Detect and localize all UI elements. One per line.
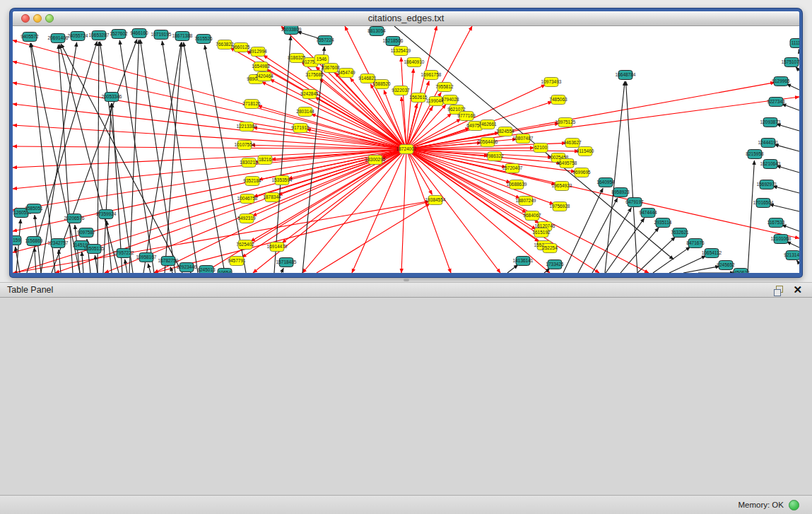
panel-drag-handle[interactable] bbox=[404, 279, 409, 281]
edge[interactable] bbox=[148, 264, 151, 273]
node-label: 7485063 bbox=[549, 97, 567, 102]
node-label: 9405572 bbox=[20, 34, 39, 39]
edge[interactable] bbox=[605, 81, 625, 273]
node-label: 9621072 bbox=[447, 107, 466, 112]
node-label: 9146821 bbox=[358, 76, 377, 81]
edge[interactable] bbox=[107, 221, 112, 273]
node-label: 10654112 bbox=[702, 250, 722, 255]
edge[interactable] bbox=[775, 144, 799, 151]
node-label: 17957222 bbox=[114, 250, 134, 255]
node-label: 1585051 bbox=[25, 206, 43, 211]
memory-ok-icon bbox=[789, 500, 799, 510]
edge[interactable] bbox=[796, 67, 799, 71]
edge[interactable] bbox=[787, 242, 799, 247]
edge[interactable] bbox=[165, 42, 182, 273]
edge[interactable] bbox=[578, 198, 618, 273]
edge[interactable] bbox=[507, 265, 518, 273]
selected-edge[interactable] bbox=[242, 149, 406, 257]
window-title: citations_edges.txt bbox=[13, 13, 799, 23]
node-label: 20691406 bbox=[48, 35, 69, 40]
close-panel-icon[interactable]: ✕ bbox=[793, 284, 802, 296]
edge[interactable] bbox=[82, 252, 83, 273]
edge[interactable] bbox=[61, 44, 182, 273]
node-label: 2367608 bbox=[322, 65, 340, 70]
selected-edge[interactable] bbox=[406, 149, 554, 204]
node-label: 16914479 bbox=[267, 244, 288, 249]
edge[interactable] bbox=[143, 42, 182, 273]
edge[interactable] bbox=[52, 39, 137, 273]
node-label: 10958167 bbox=[136, 255, 157, 259]
selected-edge[interactable] bbox=[253, 149, 406, 273]
edge[interactable] bbox=[782, 104, 799, 110]
node-label: 12923446 bbox=[177, 264, 197, 269]
edge[interactable] bbox=[190, 272, 191, 273]
node-label: 16210643 bbox=[760, 161, 781, 166]
node-label: 9450622 bbox=[731, 270, 750, 273]
node-label: 2420464 bbox=[255, 74, 273, 78]
edge[interactable] bbox=[302, 47, 324, 273]
selected-edge[interactable] bbox=[13, 40, 406, 149]
edge[interactable] bbox=[683, 267, 719, 273]
node-label: 9227343 bbox=[767, 99, 785, 104]
network-canvas[interactable]: 1872400776638229660125891299416549839890… bbox=[13, 26, 799, 273]
edge[interactable] bbox=[669, 256, 706, 273]
edge[interactable] bbox=[773, 186, 799, 193]
selected-edge[interactable] bbox=[406, 149, 799, 238]
node-label: 12444191 bbox=[758, 140, 779, 145]
node-label: 7615526 bbox=[194, 36, 213, 41]
selected-edge[interactable] bbox=[13, 149, 406, 189]
node-label: 16961758 bbox=[421, 72, 442, 77]
selected-edge[interactable] bbox=[401, 149, 406, 273]
edge[interactable] bbox=[606, 218, 645, 273]
edge[interactable] bbox=[626, 81, 637, 273]
node-label: 20206576 bbox=[64, 216, 85, 221]
node-label: 9322037 bbox=[392, 88, 410, 93]
edge[interactable] bbox=[563, 188, 603, 273]
edge[interactable] bbox=[777, 166, 799, 173]
edge[interactable] bbox=[782, 225, 799, 231]
edge[interactable] bbox=[748, 160, 754, 273]
edge[interactable] bbox=[129, 40, 139, 273]
edge[interactable] bbox=[799, 49, 799, 52]
edge[interactable] bbox=[770, 204, 799, 211]
edge[interactable] bbox=[796, 260, 799, 264]
node-label: 15218506 bbox=[383, 38, 404, 43]
node-label: 16033809 bbox=[281, 27, 302, 32]
selected-edge[interactable] bbox=[204, 149, 406, 273]
edge[interactable] bbox=[653, 247, 690, 273]
window-title-bar[interactable]: citations_edges.txt bbox=[13, 11, 799, 26]
edge[interactable] bbox=[592, 208, 631, 273]
status-bar: Memory: OK bbox=[0, 495, 812, 514]
node-label: 10719195 bbox=[151, 32, 172, 37]
node-label: 9466160 bbox=[130, 30, 148, 35]
edge[interactable] bbox=[170, 267, 172, 273]
edge[interactable] bbox=[637, 237, 675, 273]
node-label: 252254 bbox=[542, 245, 558, 250]
edge[interactable] bbox=[98, 42, 99, 273]
edge[interactable] bbox=[125, 259, 127, 273]
edge[interactable] bbox=[620, 228, 659, 273]
edge[interactable] bbox=[394, 26, 673, 259]
network-graph[interactable]: 1872400776638229660125891299416549839890… bbox=[13, 26, 799, 273]
node-label: 9684067 bbox=[523, 213, 541, 218]
node-label: 9457791 bbox=[228, 258, 246, 263]
float-panel-icon[interactable] bbox=[774, 286, 784, 296]
selected-edge[interactable] bbox=[406, 26, 437, 149]
edge[interactable] bbox=[787, 84, 799, 90]
edge[interactable] bbox=[777, 124, 799, 131]
selected-edge[interactable] bbox=[406, 149, 451, 273]
selected-edge[interactable] bbox=[154, 149, 406, 273]
node-label: 18300295 bbox=[365, 157, 386, 162]
edge[interactable] bbox=[281, 268, 283, 273]
node-label: 7955812 bbox=[435, 84, 454, 89]
selected-edge[interactable] bbox=[270, 79, 406, 149]
node-label: 5492319 bbox=[237, 216, 256, 221]
node-label: 1615192 bbox=[532, 230, 551, 235]
selected-edge[interactable] bbox=[406, 97, 799, 149]
node-label: 1167533 bbox=[767, 220, 785, 225]
node-label: 16495758 bbox=[557, 160, 577, 165]
node-label: 9660125 bbox=[232, 45, 250, 49]
edge[interactable] bbox=[140, 40, 175, 273]
selected-edge[interactable] bbox=[317, 204, 430, 273]
node-label: 9097587 bbox=[77, 230, 95, 235]
